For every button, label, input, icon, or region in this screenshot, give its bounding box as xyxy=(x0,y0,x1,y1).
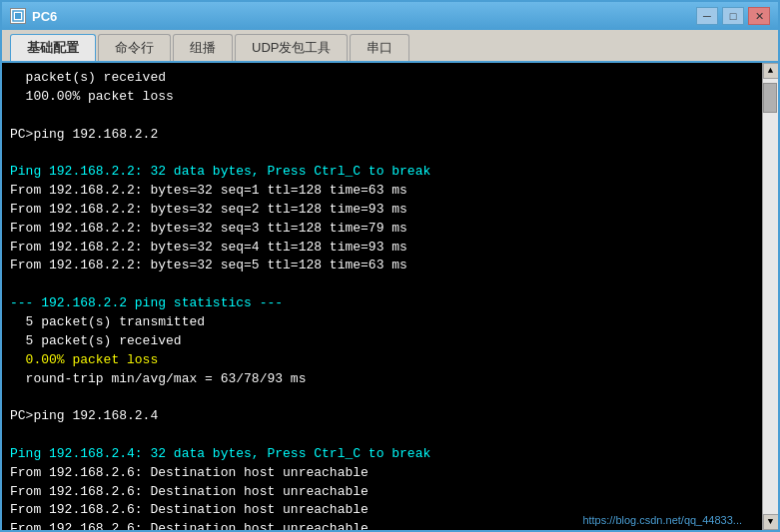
window-icon xyxy=(10,8,26,24)
title-bar: PC6 ─ □ ✕ xyxy=(2,2,778,30)
window-title: PC6 xyxy=(32,9,57,24)
close-button[interactable]: ✕ xyxy=(748,7,770,25)
scroll-thumb[interactable] xyxy=(763,83,777,113)
tab-udp-tool[interactable]: UDP发包工具 xyxy=(235,34,348,61)
title-bar-left: PC6 xyxy=(10,8,57,24)
maximize-button[interactable]: □ xyxy=(722,7,744,25)
minimize-button[interactable]: ─ xyxy=(696,7,718,25)
scroll-track[interactable] xyxy=(763,79,778,514)
main-content: packet(s) received 100.00% packet loss P… xyxy=(2,63,778,530)
tab-basic-config[interactable]: 基础配置 xyxy=(10,34,96,61)
tab-multicast[interactable]: 组播 xyxy=(173,34,233,61)
window: PC6 ─ □ ✕ 基础配置 命令行 组播 UDP发包工具 串口 packet(… xyxy=(0,0,780,532)
title-controls: ─ □ ✕ xyxy=(696,7,770,25)
scroll-down-button[interactable]: ▼ xyxy=(763,514,779,530)
tab-serial[interactable]: 串口 xyxy=(350,34,409,61)
watermark: https://blog.csdn.net/qq_44833... xyxy=(582,514,742,526)
svg-rect-1 xyxy=(15,13,21,19)
scroll-up-button[interactable]: ▲ xyxy=(763,63,779,79)
tab-command-line[interactable]: 命令行 xyxy=(98,34,171,61)
terminal-area[interactable]: packet(s) received 100.00% packet loss P… xyxy=(2,63,762,530)
scrollbar[interactable]: ▲ ▼ xyxy=(762,63,778,530)
terminal-text: packet(s) received 100.00% packet loss P… xyxy=(10,69,754,530)
tab-bar: 基础配置 命令行 组播 UDP发包工具 串口 xyxy=(2,30,778,63)
